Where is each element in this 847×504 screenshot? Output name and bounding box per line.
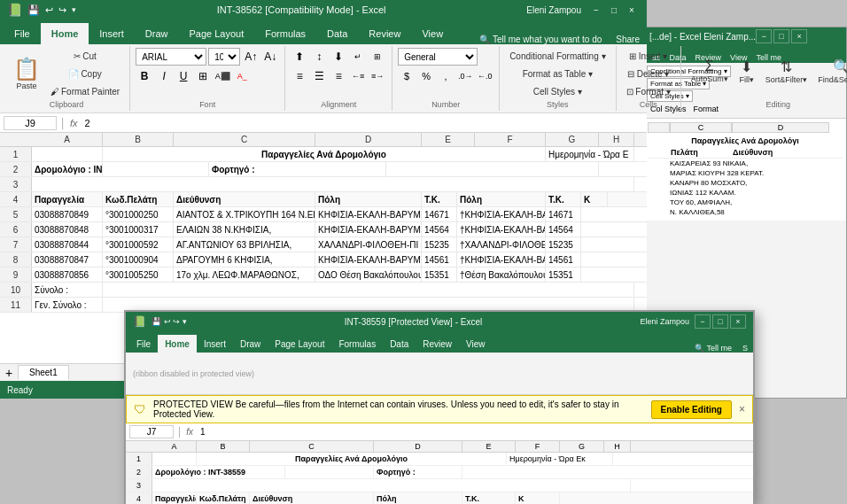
- row-num-5[interactable]: 5: [0, 207, 32, 221]
- bg-close-btn[interactable]: ×: [791, 29, 807, 43]
- close-btn[interactable]: ×: [624, 3, 640, 17]
- tab-file[interactable]: File: [4, 23, 41, 44]
- col-f-header[interactable]: F: [475, 133, 546, 146]
- bold-btn[interactable]: B: [136, 67, 153, 85]
- cell-c2[interactable]: Φορτηγό :: [209, 162, 386, 176]
- cell-8g[interactable]: 14561: [546, 252, 581, 267]
- tab-page-layout[interactable]: Page Layout: [178, 23, 254, 44]
- indent-increase-btn[interactable]: ≡→: [369, 67, 386, 85]
- cell-6c[interactable]: ΕΛΑΙΩΝ 38 Ν.ΚΗΦΙΣΙΑ,: [174, 222, 315, 236]
- cut-btn[interactable]: ✂Cut: [46, 48, 124, 64]
- table-row-6[interactable]: 6 03088870848 °3001000317 ΕΛΑΙΩΝ 38 Ν.ΚΗ…: [0, 222, 647, 237]
- insert-btn[interactable]: ⊞ Insert ▾: [622, 48, 675, 64]
- prot-col-a[interactable]: A: [152, 441, 197, 452]
- find-select-btn[interactable]: 🔍 Find&Select▾: [813, 48, 847, 94]
- decrease-font-btn[interactable]: A↓: [261, 48, 279, 66]
- prot-h-kod[interactable]: Κωδ.Πελάτη: [197, 492, 250, 504]
- table-row-5[interactable]: 5 03088870849 °3001000250 ΑΙΑΝΤΟΣ & Χ.ΤΡ…: [0, 207, 647, 222]
- table-row-9[interactable]: 9 03088870856 °3001005250 17ο χλμ. ΛΕΩΦ.…: [0, 268, 647, 283]
- col-a-header[interactable]: A: [32, 133, 103, 146]
- header-e4[interactable]: Τ.Κ.: [422, 192, 457, 206]
- minimize-btn[interactable]: −: [588, 3, 604, 17]
- col-d-header[interactable]: D: [315, 133, 422, 146]
- tell-me-box[interactable]: 🔍 Tell me what you want to do: [472, 35, 609, 44]
- bg-col-c[interactable]: C: [670, 122, 732, 133]
- delete-btn[interactable]: ⊟ Delete ▾: [622, 66, 675, 81]
- prot-h-poli[interactable]: Πόλη: [374, 492, 462, 504]
- prot-1a[interactable]: [152, 453, 197, 465]
- align-right-btn[interactable]: ≡: [330, 67, 347, 85]
- col-g-header[interactable]: G: [546, 133, 599, 146]
- row-num-3[interactable]: 3: [0, 177, 32, 191]
- header-b4[interactable]: Κωδ.Πελάτη: [103, 192, 174, 206]
- font-size-select[interactable]: 10: [208, 48, 240, 66]
- prot-h-k[interactable]: Κ: [516, 492, 560, 504]
- prot-h-diev[interactable]: Διεύθυνση: [250, 492, 374, 504]
- cell-6f[interactable]: †ΚΗΦΙΣΙΑ-ΕΚΑΛΗ-ΒΑΡΥΜ: [457, 222, 546, 236]
- prot-cell-reference[interactable]: [129, 425, 174, 438]
- prot-col-h[interactable]: H: [604, 441, 631, 452]
- cell-8f[interactable]: †ΚΗΦΙΣΙΑ-ΕΚΑΛΗ-ΒΑΡΥΜ: [457, 252, 546, 267]
- cell-9e[interactable]: 15351: [422, 268, 457, 282]
- row-num-2[interactable]: 2: [0, 162, 32, 176]
- currency-btn[interactable]: $: [398, 67, 416, 85]
- header-c4[interactable]: Διεύθυνση: [174, 192, 315, 206]
- cell-b1-title[interactable]: Παραγγελίες Ανά Δρομολόγιο: [103, 147, 546, 161]
- add-sheet-btn[interactable]: +: [0, 364, 18, 382]
- border-btn[interactable]: ⊞: [194, 67, 212, 85]
- fill-btn[interactable]: ⬇ Fill▾: [734, 48, 759, 94]
- cell-5a[interactable]: 03088870849: [32, 207, 103, 221]
- cell-8b[interactable]: °3001000904: [103, 252, 174, 267]
- prot-1-title[interactable]: Παραγγελίες Ανά Δρομολόγιο: [197, 453, 507, 465]
- cell-5g[interactable]: 14671: [546, 207, 581, 221]
- cell-5c[interactable]: ΑΙΑΝΤΟΣ & Χ.ΤΡΙΚΟΥΠΗ 164 Ν.ΕΡΥ: [174, 207, 315, 221]
- cell-6e[interactable]: 14564: [422, 222, 457, 236]
- prot-rn-2[interactable]: 2: [126, 466, 152, 478]
- cell-6d[interactable]: ΚΗΦΙΣΙΑ-ΕΚΑΛΗ-ΒΑΡΥΜ: [315, 222, 422, 236]
- align-top-btn[interactable]: ⬆: [291, 48, 308, 66]
- format-btn[interactable]: ⊡ Format ▾: [622, 83, 675, 99]
- cell-11a[interactable]: Γεν. Σύνολο :: [32, 298, 103, 312]
- prot-2-empty[interactable]: [285, 466, 374, 478]
- cell-8c[interactable]: ΔΡΑΓΟΥΜΗ 6 ΚΗΦΙΣΙΑ,: [174, 252, 315, 267]
- prot-h-para[interactable]: Παραγγελία: [152, 492, 197, 504]
- col-b-header[interactable]: B: [103, 133, 174, 146]
- tab-data[interactable]: Data: [316, 23, 358, 44]
- fill-color-btn[interactable]: A⬛: [214, 67, 231, 85]
- cell-reference[interactable]: [4, 116, 57, 130]
- quick-access-redo[interactable]: ↪: [58, 4, 66, 16]
- table-row-7[interactable]: 7 03088870844 °3001000592 ΑΓ.ΑΝΤΩΝΙΟΥ 63…: [0, 237, 647, 252]
- prot-tab-page-layout[interactable]: Page Layout: [268, 335, 331, 353]
- sum-btn[interactable]: Σ AutoSum▾: [687, 48, 733, 94]
- number-format-select[interactable]: General: [398, 48, 478, 66]
- header-h4[interactable]: Κ: [581, 192, 608, 206]
- formula-input[interactable]: [81, 117, 643, 129]
- prot-2-sub1[interactable]: Δρομολόγιο : INT-38559: [152, 466, 285, 478]
- col-h-header[interactable]: H: [599, 133, 634, 146]
- merge-btn[interactable]: ⊞: [369, 48, 386, 66]
- cell-7g[interactable]: 15235: [546, 237, 581, 252]
- tab-home[interactable]: Home: [41, 23, 89, 44]
- cell-5f[interactable]: †ΚΗΦΙΣΙΑ-ΕΚΑΛΗ-ΒΑΡΥΜ: [457, 207, 546, 221]
- copy-btn[interactable]: 📄Copy: [46, 66, 124, 81]
- cell-5e[interactable]: 14671: [422, 207, 457, 221]
- col-e-header[interactable]: E: [422, 133, 475, 146]
- wrap-text-btn[interactable]: ↵: [349, 48, 367, 66]
- prot-min-btn[interactable]: −: [695, 314, 711, 329]
- row-num-4[interactable]: 4: [0, 192, 32, 206]
- header-a4[interactable]: Παραγγελία: [32, 192, 103, 206]
- share-btn[interactable]: Share: [609, 35, 647, 44]
- row-num-10[interactable]: 10: [0, 283, 32, 297]
- cell-rest2[interactable]: [386, 162, 599, 176]
- align-center-btn[interactable]: ☰: [310, 67, 328, 85]
- cell-9f[interactable]: †Θέση Βακαλόπουλου,Πα: [457, 268, 546, 282]
- tab-review[interactable]: Review: [358, 23, 411, 44]
- cell-9d[interactable]: ΟΔΟ Θέση Βακαλόπουλου,Πα: [315, 268, 422, 282]
- prot-rn-3[interactable]: 3: [126, 479, 152, 492]
- cell-9g[interactable]: 15351: [546, 268, 581, 282]
- prot-col-d[interactable]: D: [374, 441, 462, 452]
- cell-6b[interactable]: °3001000317: [103, 222, 174, 236]
- prot-tab-data[interactable]: Data: [383, 335, 416, 353]
- conditional-formatting-btn[interactable]: Conditional Formatting ▾: [505, 48, 610, 64]
- header-g4[interactable]: Τ.Κ.: [546, 192, 581, 206]
